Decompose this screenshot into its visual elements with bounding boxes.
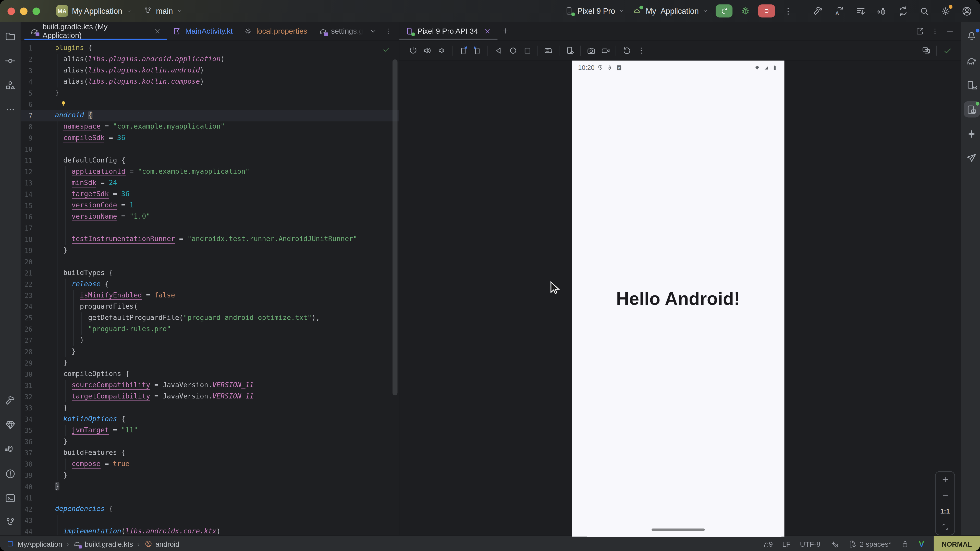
line-number[interactable]: 38 <box>21 459 32 470</box>
device-settings-button[interactable] <box>563 43 577 58</box>
encoding-widget[interactable]: UTF-8 <box>800 540 821 548</box>
notifications-icon[interactable] <box>963 28 980 44</box>
nav-handle[interactable] <box>652 528 705 531</box>
hardware-input-button[interactable] <box>541 43 555 58</box>
structure-tool-icon[interactable] <box>2 77 19 93</box>
code-line[interactable]: 24 proguardFiles( <box>21 301 399 312</box>
user-avatar-icon[interactable] <box>961 5 973 17</box>
line-number[interactable]: 5 <box>21 87 32 99</box>
indent-widget[interactable]: 2 spaces* <box>848 540 891 548</box>
attach-debugger-icon[interactable] <box>876 5 887 17</box>
line-number[interactable]: 9 <box>21 132 32 144</box>
line-number[interactable]: 21 <box>21 267 32 279</box>
code-line[interactable]: 1plugins { <box>21 43 399 54</box>
line-number[interactable]: 37 <box>21 447 32 458</box>
breadcrumb-element[interactable]: android <box>144 540 180 548</box>
line-number[interactable]: 14 <box>21 189 32 200</box>
terminal-icon[interactable] <box>2 490 19 506</box>
code-line[interactable]: 15 versionCode = 1 <box>21 200 399 211</box>
line-number[interactable]: 41 <box>21 492 32 503</box>
screenshot-button[interactable] <box>584 43 598 58</box>
code-line[interactable]: 12 applicationId = "com.example.myapplic… <box>21 166 399 177</box>
line-number[interactable]: 36 <box>21 436 32 447</box>
line-separator-widget[interactable]: LF <box>782 540 791 548</box>
running-devices-icon[interactable] <box>963 101 980 118</box>
line-number[interactable]: 2 <box>21 54 32 65</box>
code-line[interactable]: 22 release { <box>21 279 399 290</box>
code-line[interactable]: 4 alias(libs.plugins.kotlin.compose) <box>21 76 399 87</box>
line-number[interactable]: 12 <box>21 166 32 177</box>
fit-to-screen-icon[interactable] <box>941 523 949 531</box>
line-number[interactable]: 44 <box>21 526 32 535</box>
project-tool-icon[interactable] <box>2 28 19 44</box>
build-tool-icon[interactable] <box>2 392 19 409</box>
line-number[interactable]: 32 <box>21 391 32 402</box>
code-line[interactable]: 17 <box>21 222 399 233</box>
line-number[interactable]: 20 <box>21 256 32 267</box>
close-icon[interactable] <box>153 27 162 35</box>
tab-local-properties[interactable]: local.properties <box>239 22 313 40</box>
zoom-1-1-button[interactable]: 1:1 <box>940 507 950 515</box>
line-number[interactable]: 27 <box>21 335 32 346</box>
run-config-selector[interactable]: My_Application <box>632 6 708 16</box>
code-line[interactable]: 10 <box>21 144 399 155</box>
code-line[interactable]: 29 } <box>21 357 399 368</box>
line-number[interactable]: 26 <box>21 324 32 335</box>
volume-up-button[interactable] <box>420 43 434 58</box>
tab-mainactivity-kt[interactable]: MainActivity.kt <box>167 22 239 40</box>
version-control-icon[interactable] <box>2 514 19 530</box>
device-screen[interactable]: 10:20 A Hello Android! <box>572 61 784 537</box>
panel-options-kebab-icon[interactable] <box>931 27 939 35</box>
problems-icon[interactable] <box>2 465 19 482</box>
line-number[interactable]: 28 <box>21 346 32 357</box>
tab-build-gradle-kts[interactable]: build.gradle.kts (My Application) <box>24 22 167 40</box>
line-number[interactable]: 30 <box>21 368 32 380</box>
gradle-sync-icon[interactable] <box>897 5 909 17</box>
code-line[interactable]: 36 } <box>21 436 399 447</box>
line-number[interactable]: 35 <box>21 425 32 436</box>
home-button[interactable] <box>506 43 520 58</box>
more-tools-icon[interactable] <box>2 101 19 118</box>
line-number[interactable]: 42 <box>21 503 32 515</box>
settings-icon[interactable] <box>940 5 951 17</box>
minimize-window-button[interactable] <box>20 7 27 14</box>
project-switcher[interactable]: MA My Application <box>56 5 131 17</box>
ui-check-button[interactable] <box>919 43 933 58</box>
code-line[interactable]: 20 <box>21 256 399 267</box>
restart-button[interactable] <box>619 43 634 58</box>
code-line[interactable]: 7android { <box>21 110 399 121</box>
code-line[interactable]: 35 jvmTarget = "11" <box>21 425 399 436</box>
stop-button[interactable] <box>758 4 775 17</box>
code-line[interactable]: 23 isMinifyEnabled = false <box>21 290 399 301</box>
line-number[interactable]: 1 <box>21 43 32 54</box>
screen-record-button[interactable] <box>598 43 612 58</box>
line-number[interactable]: 8 <box>21 121 32 132</box>
branch-widget[interactable]: main <box>143 6 183 16</box>
line-number[interactable]: 15 <box>21 200 32 211</box>
open-in-window-icon[interactable] <box>916 27 924 35</box>
line-number[interactable]: 31 <box>21 380 32 391</box>
overview-button[interactable] <box>520 43 535 58</box>
ai-assistant-off-icon[interactable] <box>830 540 838 548</box>
line-number[interactable]: 13 <box>21 178 32 189</box>
code-line[interactable]: 21 buildTypes { <box>21 267 399 279</box>
rerun-button[interactable] <box>716 4 732 17</box>
code-line[interactable]: 26 "proguard-rules.pro" <box>21 324 399 335</box>
build-hammer-icon[interactable] <box>813 5 824 17</box>
code-line[interactable]: 39 } <box>21 470 399 481</box>
tab-pixel-9-pro-api-34[interactable]: Pixel 9 Pro API 34 <box>399 22 497 40</box>
code-line[interactable]: 6 <box>21 99 399 110</box>
code-line[interactable]: 14 targetSdk = 36 <box>21 189 399 200</box>
vim-icon[interactable]: V <box>919 539 924 548</box>
code-line[interactable]: 28 } <box>21 346 399 357</box>
code-line[interactable]: 25 getDefaultProguardFile("proguard-andr… <box>21 312 399 324</box>
code-line[interactable]: 32 targetCompatibility = JavaVersion.VER… <box>21 391 399 402</box>
caret-position-widget[interactable]: 7:9 <box>763 540 773 548</box>
line-number[interactable]: 10 <box>21 144 32 155</box>
line-number[interactable]: 18 <box>21 233 32 245</box>
close-icon[interactable] <box>483 27 492 35</box>
code-line[interactable]: 18 testInstrumentationRunner = "androidx… <box>21 233 399 245</box>
code-line[interactable]: 27 ) <box>21 335 399 346</box>
editor-scrollbar[interactable] <box>393 59 398 395</box>
tab-settings-gradle[interactable]: settings.g <box>313 22 369 40</box>
